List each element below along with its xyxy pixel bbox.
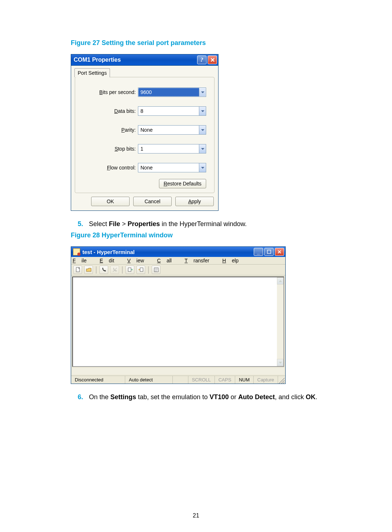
ht-titlebar[interactable]: test - HyperTerminal _ ☐ ✕ <box>71 247 285 257</box>
svg-marker-0 <box>201 91 204 93</box>
label-bits-per-second: Bits per second: <box>83 89 136 95</box>
label-parity: Parity: <box>83 127 136 133</box>
step-6: 6. On the Settings tab, set the emulatio… <box>71 393 321 401</box>
menu-help[interactable]: Help <box>222 258 245 263</box>
scroll-down-icon <box>277 359 283 366</box>
help-button[interactable]: ? <box>197 56 207 64</box>
close-button[interactable]: ✕ <box>208 56 217 64</box>
page-number: 21 <box>0 512 392 519</box>
call-icon[interactable] <box>99 266 108 274</box>
svg-marker-4 <box>201 167 204 169</box>
status-caps: CAPS <box>215 376 235 384</box>
cancel-button[interactable]: Cancel <box>133 197 172 206</box>
horizontal-scrollbar[interactable] <box>72 368 284 375</box>
com1-properties-dialog: COM1 Properties ? ✕ Port Settings Bits p… <box>71 54 219 211</box>
status-capture: Capture <box>254 376 278 384</box>
open-icon[interactable] <box>84 266 93 274</box>
label-flow-control: Flow control: <box>83 165 136 171</box>
svg-marker-14 <box>279 362 282 364</box>
status-num: NUM <box>235 376 254 384</box>
disconnect-icon <box>110 266 119 274</box>
svg-marker-2 <box>201 129 204 131</box>
status-bar: Disconnected Auto detect SCROLL CAPS NUM… <box>71 376 285 384</box>
menu-edit[interactable]: Edit <box>99 258 120 263</box>
figure-28-caption: Figure 28 HyperTerminal window <box>71 232 321 239</box>
select-stop-bits[interactable]: 1 <box>138 144 206 154</box>
menu-transfer[interactable]: Transfer <box>185 258 215 263</box>
hyperterminal-window: test - HyperTerminal _ ☐ ✕ File Edit Vie… <box>71 246 286 384</box>
menubar: File Edit View Call Transfer Help <box>71 257 285 265</box>
chevron-down-icon[interactable] <box>199 163 206 172</box>
status-scroll: SCROLL <box>188 376 215 384</box>
terminal-area[interactable] <box>72 277 284 367</box>
ht-title: test - HyperTerminal <box>82 249 254 255</box>
tab-port-settings[interactable]: Port Settings <box>74 68 110 77</box>
select-bits-per-second[interactable]: 9600 <box>138 87 206 97</box>
svg-marker-1 <box>201 110 204 112</box>
menu-file[interactable]: File <box>73 258 93 263</box>
vertical-scrollbar[interactable] <box>277 277 283 366</box>
dialog-titlebar[interactable]: COM1 Properties ? ✕ <box>71 54 218 66</box>
maximize-button[interactable]: ☐ <box>264 248 274 256</box>
dialog-title: COM1 Properties <box>74 57 197 63</box>
ok-button[interactable]: OK <box>91 197 130 206</box>
close-button[interactable]: ✕ <box>275 248 284 256</box>
menu-view[interactable]: View <box>127 258 150 263</box>
svg-marker-3 <box>201 148 204 150</box>
select-flow-control[interactable]: None <box>138 163 206 172</box>
label-data-bits: Data bits: <box>83 108 136 114</box>
svg-rect-7 <box>128 268 131 271</box>
hyperterminal-icon <box>73 248 80 255</box>
select-parity[interactable]: None <box>138 125 206 135</box>
scroll-up-icon <box>277 277 283 285</box>
label-stop-bits: Stop bits: <box>83 146 136 152</box>
toolbar <box>71 265 285 275</box>
chevron-down-icon[interactable] <box>199 126 206 134</box>
send-icon[interactable] <box>126 266 134 274</box>
restore-defaults-button[interactable]: Restore Defaults <box>159 179 206 188</box>
svg-marker-13 <box>279 280 282 282</box>
select-data-bits[interactable]: 8 <box>138 106 206 116</box>
properties-icon[interactable] <box>152 266 160 274</box>
minimize-button[interactable]: _ <box>254 248 263 256</box>
chevron-down-icon[interactable] <box>199 144 206 153</box>
apply-button[interactable]: Apply <box>175 197 214 206</box>
figure-27-caption: Figure 27 Setting the serial port parame… <box>71 39 321 47</box>
svg-rect-8 <box>140 268 143 271</box>
status-detect: Auto detect <box>125 376 173 384</box>
receive-icon[interactable] <box>136 266 145 274</box>
menu-call[interactable]: Call <box>157 258 177 263</box>
step-5: 5. Select File > Properties in the Hyper… <box>71 220 321 228</box>
resize-grip-icon[interactable] <box>278 377 285 384</box>
status-connection: Disconnected <box>71 376 125 384</box>
chevron-down-icon[interactable] <box>199 88 206 97</box>
new-icon[interactable] <box>73 266 82 274</box>
chevron-down-icon[interactable] <box>199 107 206 115</box>
